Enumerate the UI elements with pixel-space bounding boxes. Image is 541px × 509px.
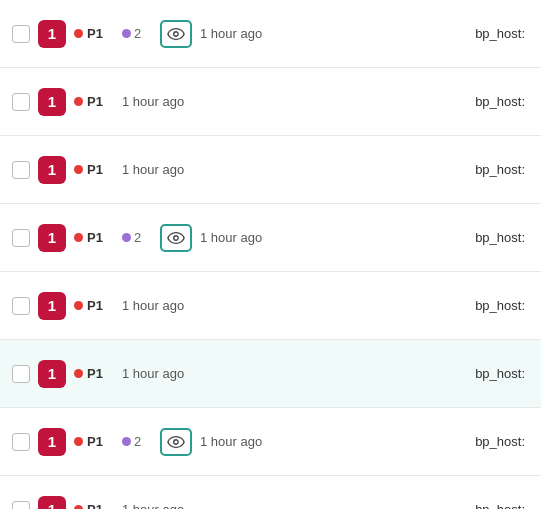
timestamp: 1 hour ago <box>122 162 207 177</box>
priority-text: P1 <box>87 502 103 509</box>
purple-dot-icon <box>122 29 131 38</box>
svg-point-1 <box>174 235 179 240</box>
count-badge: 1 <box>38 360 66 388</box>
svg-point-0 <box>174 31 179 36</box>
priority-label: P1 <box>74 502 114 509</box>
row-checkbox[interactable] <box>12 297 30 315</box>
host-label: bp_host: <box>475 298 529 313</box>
count-badge: 1 <box>38 428 66 456</box>
red-dot-icon <box>74 233 83 242</box>
table-row[interactable]: 1P12 1 hour agobp_host: <box>0 204 541 272</box>
eye-icon[interactable] <box>160 224 192 252</box>
p2-badge: 2 <box>122 434 152 449</box>
timestamp: 1 hour ago <box>122 298 207 313</box>
timestamp: 1 hour ago <box>200 230 285 245</box>
priority-label: P1 <box>74 366 114 381</box>
row-checkbox[interactable] <box>12 93 30 111</box>
priority-text: P1 <box>87 366 103 381</box>
row-checkbox[interactable] <box>12 433 30 451</box>
timestamp: 1 hour ago <box>200 26 285 41</box>
count-badge: 1 <box>38 224 66 252</box>
row-checkbox[interactable] <box>12 25 30 43</box>
p2-count: 2 <box>134 26 141 41</box>
table-row[interactable]: 1P11 hour agobp_host: <box>0 272 541 340</box>
p2-count: 2 <box>134 434 141 449</box>
timestamp: 1 hour ago <box>122 502 207 509</box>
count-badge: 1 <box>38 292 66 320</box>
host-label: bp_host: <box>475 434 529 449</box>
priority-text: P1 <box>87 26 103 41</box>
row-checkbox[interactable] <box>12 501 30 510</box>
priority-label: P1 <box>74 434 114 449</box>
purple-dot-icon <box>122 233 131 242</box>
count-badge: 1 <box>38 20 66 48</box>
priority-text: P1 <box>87 162 103 177</box>
timestamp: 1 hour ago <box>122 94 207 109</box>
red-dot-icon <box>74 301 83 310</box>
svg-point-2 <box>174 439 179 444</box>
timestamp: 1 hour ago <box>122 366 207 381</box>
priority-text: P1 <box>87 298 103 313</box>
table-row[interactable]: 1P11 hour agobp_host: <box>0 476 541 509</box>
host-label: bp_host: <box>475 230 529 245</box>
count-badge: 1 <box>38 156 66 184</box>
priority-text: P1 <box>87 94 103 109</box>
red-dot-icon <box>74 29 83 38</box>
host-label: bp_host: <box>475 366 529 381</box>
host-label: bp_host: <box>475 26 529 41</box>
table-row[interactable]: 1P11 hour agobp_host: <box>0 340 541 408</box>
count-badge: 1 <box>38 88 66 116</box>
priority-label: P1 <box>74 230 114 245</box>
priority-label: P1 <box>74 26 114 41</box>
priority-text: P1 <box>87 434 103 449</box>
priority-label: P1 <box>74 162 114 177</box>
row-checkbox[interactable] <box>12 365 30 383</box>
p2-count: 2 <box>134 230 141 245</box>
timestamp: 1 hour ago <box>200 434 285 449</box>
eye-icon[interactable] <box>160 428 192 456</box>
purple-dot-icon <box>122 437 131 446</box>
host-label: bp_host: <box>475 162 529 177</box>
red-dot-icon <box>74 437 83 446</box>
p2-badge: 2 <box>122 230 152 245</box>
row-checkbox[interactable] <box>12 229 30 247</box>
table-row[interactable]: 1P12 1 hour agobp_host: <box>0 408 541 476</box>
table-row[interactable]: 1P12 1 hour agobp_host: <box>0 0 541 68</box>
red-dot-icon <box>74 165 83 174</box>
row-checkbox[interactable] <box>12 161 30 179</box>
host-label: bp_host: <box>475 94 529 109</box>
priority-text: P1 <box>87 230 103 245</box>
incident-table: 1P12 1 hour agobp_host:1P11 hour agobp_h… <box>0 0 541 509</box>
table-row[interactable]: 1P11 hour agobp_host: <box>0 68 541 136</box>
red-dot-icon <box>74 505 83 509</box>
red-dot-icon <box>74 97 83 106</box>
eye-icon[interactable] <box>160 20 192 48</box>
host-label: bp_host: <box>475 502 529 509</box>
table-row[interactable]: 1P11 hour agobp_host: <box>0 136 541 204</box>
priority-label: P1 <box>74 94 114 109</box>
priority-label: P1 <box>74 298 114 313</box>
count-badge: 1 <box>38 496 66 510</box>
p2-badge: 2 <box>122 26 152 41</box>
red-dot-icon <box>74 369 83 378</box>
